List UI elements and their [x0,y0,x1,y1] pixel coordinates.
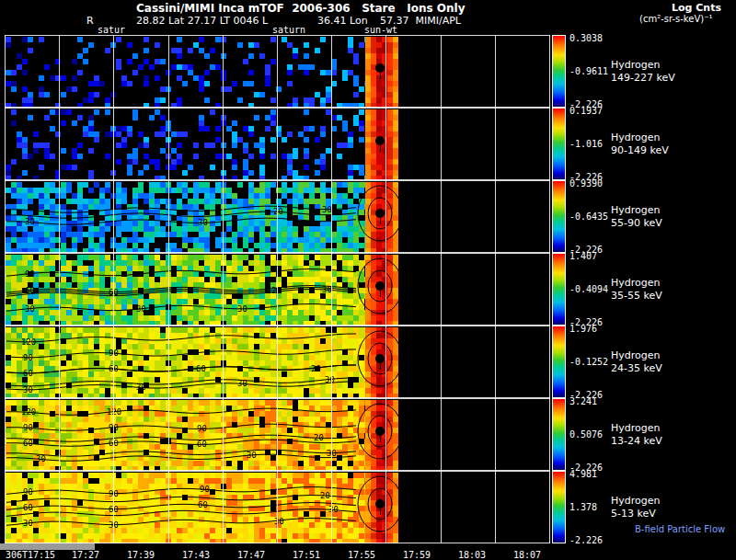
spectrogram-image [5,35,550,108]
colorbar [552,471,566,543]
colorbar-mid-label: -0.1252 [569,357,608,367]
colorbar-mid-label: -0.4094 [569,284,608,294]
species-label: Hydrogen 5-13 keV [611,495,661,520]
energy-range-label: 55-90 keV [611,217,662,230]
colorbar-max-label: 0.9390 [569,178,603,189]
energy-range-label: 24-35 keV [611,362,662,375]
time-tick-label: 17:27 [72,550,99,560]
page-title: Cassini/MIMI Inca mTOF 2006-306 Stare Io… [136,2,465,15]
colorbar-mid-label: -0.9611 [569,66,608,76]
colorbar-max-label: 0.1937 [569,106,603,116]
species-name-label: Hydrogen [611,59,675,72]
time-tick-label: 17:43 [182,550,210,560]
colorbar-max-label: 4.981 [569,469,597,479]
spectrogram-image [5,253,550,326]
time-tick-label: 18:03 [458,550,486,560]
energy-range-label: 149-227 keV [611,72,675,85]
spectrogram-image [5,180,550,253]
colorbar-mid-label: 1.378 [569,502,597,512]
energy-range-label: 90-149 keV [611,144,669,157]
time-tick-label: 18:07 [513,550,541,560]
bfield-flow-label: B-field Particle Flow [635,524,725,534]
spectrogram-row: 1.407 -0.4094 -2.226 Hydrogen 35-55 keV [0,253,736,326]
spectrogram-row: 0.1937 -1.016 -2.226 Hydrogen 90-149 keV [0,108,736,180]
colorbar-max-label: 1.407 [569,251,597,261]
spectrogram-row: 3.241 0.5076 -2.226 Hydrogen 13-24 keV [0,398,736,471]
time-tick-label: 17:47 [237,550,265,560]
time-tick-label: 17:55 [348,550,375,560]
colorbar [552,180,566,253]
ephemeris-rlatlt-values: 28.82 Lat 27.17 LT 0046 L [136,15,268,27]
colorbar [552,35,566,108]
species-label: Hydrogen 55-90 keV [611,204,662,230]
spectrogram-image [5,108,550,180]
time-tick-label: 306T17:15 [6,550,55,560]
orientation-label: sun-wt [364,25,397,35]
species-label: Hydrogen 13-24 keV [611,422,662,448]
spectrogram-image [5,326,550,398]
colorbar-max-label: 1.976 [569,324,597,334]
colorbar-max-label: 3.241 [569,396,597,406]
species-name-label: Hydrogen [611,349,662,362]
spectrogram-image [5,398,550,471]
orientation-label: satur [98,25,125,35]
spectrogram-row: 1.976 -0.1252 -2.226 Hydrogen 24-35 keV [0,326,736,398]
colorbar [552,326,566,398]
species-label: Hydrogen 90-149 keV [611,131,669,157]
species-name-label: Hydrogen [611,131,669,144]
colorbar-units-label: (cm²-sr-s-keV)⁻¹ [639,14,712,24]
colorbar-title-label: Log Cnts [672,2,721,14]
species-label: Hydrogen 35-55 keV [611,277,662,303]
energy-range-label: 5-13 keV [611,508,661,520]
time-tick-label: 17:39 [127,550,155,560]
species-name-label: Hydrogen [611,204,662,217]
scrollbar-thumb[interactable] [0,543,95,550]
inca-spectrogram-display: Cassini/MIMI Inca mTOF 2006-306 Stare Io… [0,0,736,560]
ephemeris-r-label: R [86,15,94,27]
spectrogram-image [5,471,550,543]
ephemeris-l-lon-values: 36.41 Lon [317,15,368,27]
species-name-label: Hydrogen [611,277,662,290]
colorbar [552,398,566,471]
colorbar [552,108,566,180]
colorbar-mid-label: -1.016 [569,139,603,149]
species-label: Hydrogen 149-227 keV [611,59,675,85]
orientation-label: saturn [272,25,305,35]
time-tick-label: 17:59 [403,550,431,560]
spectrogram-row: 4.981 1.378 -2.226 Hydrogen 5-13 keV [0,471,736,543]
spectrogram-row: 0.9390 -0.6435 -2.226 Hydrogen 55-90 keV [0,180,736,253]
species-label: Hydrogen 24-35 keV [611,349,662,375]
energy-range-label: 35-55 keV [611,290,662,303]
colorbar-max-label: 0.3038 [569,33,603,43]
colorbar-mid-label: -0.6435 [569,211,608,222]
colorbar [552,253,566,326]
energy-range-label: 13-24 keV [611,435,662,448]
species-name-label: Hydrogen [611,422,662,435]
colorbar-mid-label: 0.5076 [569,429,603,440]
colorbar-min-label: -2.226 [569,535,603,545]
time-tick-label: 17:51 [293,550,320,560]
spectrogram-row: 0.3038 -0.9611 -2.226 Hydrogen 149-227 k… [0,35,736,108]
species-name-label: Hydrogen [611,495,661,508]
